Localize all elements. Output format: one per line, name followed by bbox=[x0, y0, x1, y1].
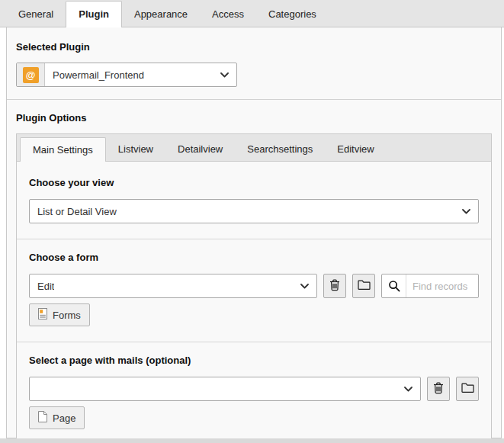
select-page-heading: Select a page with mails (optional) bbox=[29, 355, 479, 366]
find-records-input[interactable] bbox=[406, 281, 478, 292]
tab-general[interactable]: General bbox=[6, 2, 66, 27]
page-record-icon bbox=[38, 411, 47, 425]
forms-button-label: Forms bbox=[53, 310, 81, 321]
chevron-down-icon bbox=[300, 284, 309, 289]
page-browse-record-button[interactable] bbox=[456, 377, 479, 401]
folder-icon bbox=[461, 383, 474, 395]
find-records-group bbox=[381, 274, 479, 298]
page-clear-button[interactable] bbox=[427, 377, 450, 401]
trash-icon bbox=[433, 382, 444, 396]
plugin-options-tabbar: Main Settings Listview Detailview Search… bbox=[16, 133, 492, 161]
page-dropdown[interactable] bbox=[29, 377, 421, 401]
powermail-at-icon: @ bbox=[23, 67, 39, 83]
main-settings-panel: Choose your view List or Detail View Cho… bbox=[16, 161, 492, 443]
selected-plugin-heading: Selected Plugin bbox=[16, 41, 492, 53]
tab-categories[interactable]: Categories bbox=[256, 2, 329, 27]
tab-listview[interactable]: Listview bbox=[106, 137, 165, 161]
form-record-icon bbox=[38, 308, 47, 322]
main-tabbar: General Plugin Appearance Access Categor… bbox=[0, 0, 504, 27]
bottom-divider-strip bbox=[0, 438, 504, 443]
selected-plugin-value: Powermail_Frontend bbox=[45, 69, 214, 81]
page-button[interactable]: Page bbox=[29, 406, 85, 429]
chevron-down-icon bbox=[462, 209, 470, 214]
view-dropdown-value: List or Detail View bbox=[37, 206, 117, 217]
tab-plugin[interactable]: Plugin bbox=[66, 1, 122, 27]
form-dropdown-value: Edit bbox=[37, 281, 54, 292]
tab-access[interactable]: Access bbox=[200, 2, 256, 27]
section-divider bbox=[17, 239, 491, 239]
tab-appearance[interactable]: Appearance bbox=[122, 2, 200, 27]
tab-detailview[interactable]: Detailview bbox=[165, 137, 235, 161]
tab-main-settings[interactable]: Main Settings bbox=[20, 137, 106, 162]
form-clear-button[interactable] bbox=[323, 274, 346, 298]
section-divider bbox=[7, 99, 501, 100]
forms-button[interactable]: Forms bbox=[29, 303, 90, 326]
view-dropdown[interactable]: List or Detail View bbox=[29, 199, 479, 223]
chevron-down-icon bbox=[220, 72, 229, 78]
plugin-tab-panel: Selected Plugin @ Powermail_Frontend Plu… bbox=[6, 27, 502, 438]
tab-editview[interactable]: Editview bbox=[325, 137, 386, 161]
search-icon bbox=[382, 274, 406, 297]
choose-form-heading: Choose a form bbox=[29, 252, 479, 263]
plugin-icon-addon: @ bbox=[17, 63, 45, 86]
page-selector-row bbox=[29, 377, 479, 401]
form-browse-record-button[interactable] bbox=[352, 274, 375, 298]
form-dropdown[interactable]: Edit bbox=[29, 274, 317, 298]
section-divider bbox=[17, 342, 491, 342]
selected-plugin-dropdown[interactable]: @ Powermail_Frontend bbox=[16, 63, 237, 87]
chevron-down-icon bbox=[404, 387, 413, 392]
trash-icon bbox=[329, 279, 340, 294]
page-button-label: Page bbox=[53, 413, 75, 424]
tab-searchsettings[interactable]: Searchsettings bbox=[235, 137, 325, 161]
folder-icon bbox=[358, 280, 371, 292]
choose-view-heading: Choose your view bbox=[29, 177, 479, 188]
plugin-settings-window: General Plugin Appearance Access Categor… bbox=[0, 0, 504, 443]
form-selector-row: Edit bbox=[29, 274, 479, 298]
plugin-options-heading: Plugin Options bbox=[16, 112, 492, 124]
